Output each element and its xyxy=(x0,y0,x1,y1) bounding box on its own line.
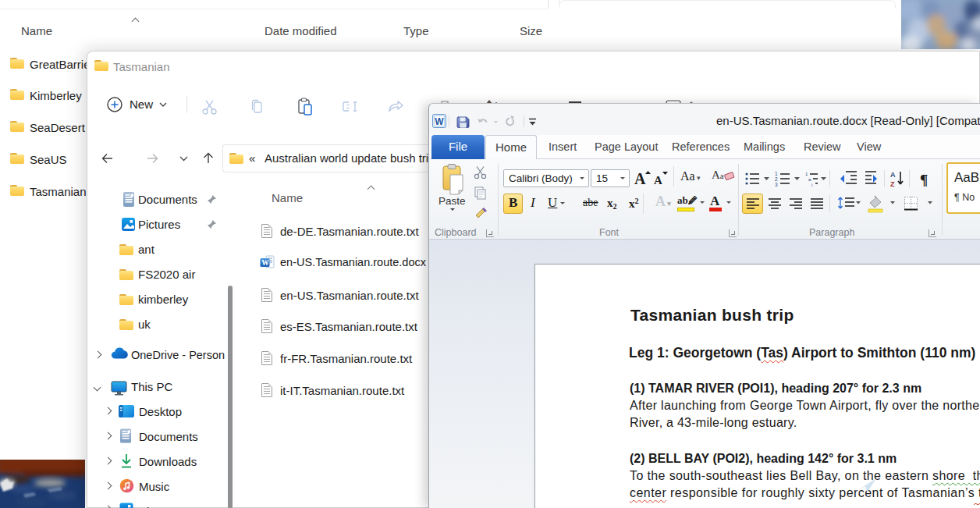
svg-text:1: 1 xyxy=(805,172,808,176)
svg-text:A: A xyxy=(654,174,662,187)
svg-text:1: 1 xyxy=(775,171,778,176)
svg-text:i: i xyxy=(811,183,812,187)
svg-text:¶: ¶ xyxy=(920,172,928,188)
svg-text:Z: Z xyxy=(890,180,895,188)
svg-text:W: W xyxy=(261,259,269,267)
svg-text:New: New xyxy=(130,98,153,111)
svg-text:3: 3 xyxy=(775,182,778,187)
svg-text:2: 2 xyxy=(775,176,778,182)
svg-text:a: a xyxy=(808,177,811,182)
svg-text:A: A xyxy=(634,170,646,187)
svg-text:A: A xyxy=(890,171,896,179)
svg-text:W: W xyxy=(435,116,444,127)
